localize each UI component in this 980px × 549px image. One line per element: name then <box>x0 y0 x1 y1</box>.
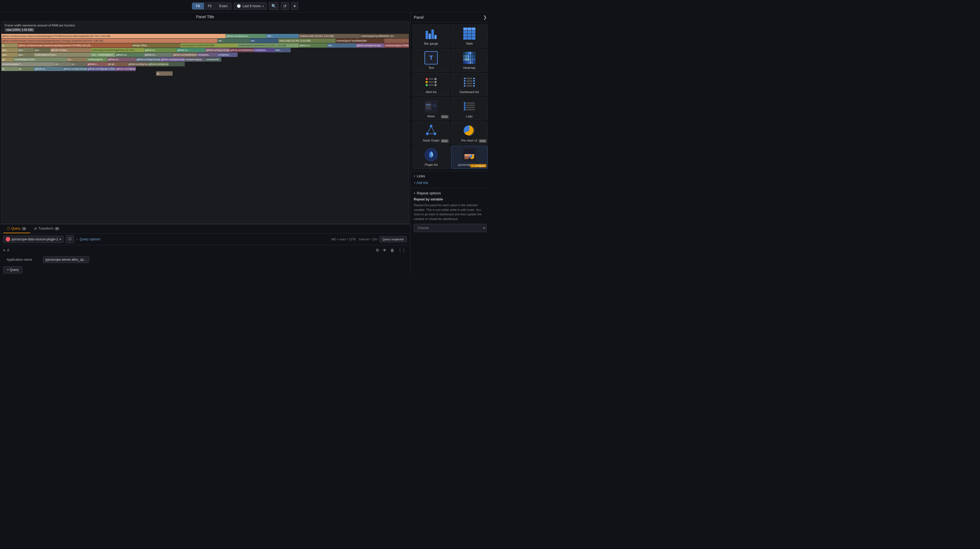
flame-block[interactable]: github.co... <box>115 53 144 57</box>
viz-card-pyroscope-panel[interactable]: pyroscope-panel ⚠ Unsigned <box>451 146 488 169</box>
flame-block[interactable]: github.com/py... <box>50 48 91 52</box>
flame-block[interactable]: goo... <box>18 53 34 57</box>
flame-block[interactable]: runtime/pprof.*profileBuilder <box>336 38 385 43</box>
flame-block[interactable]: github.co... <box>144 53 173 57</box>
more-query-button[interactable]: ⋮⋮ <box>397 247 407 253</box>
flame-block[interactable]: co... <box>71 62 87 66</box>
flame-block[interactable]: runtime.main (15.9%, 0.24 GB) <box>299 34 360 38</box>
viz-card-heatmap[interactable]: Heatmap <box>451 49 488 72</box>
flame-block[interactable]: run... <box>67 57 87 62</box>
flame-block[interactable]: net... <box>327 43 356 48</box>
flame-block[interactable]: git git... <box>107 62 128 66</box>
tab-query[interactable]: ⬡ Query 1 <box>3 224 30 233</box>
flame-block[interactable]: strings.(*Buil... <box>132 43 181 48</box>
flame-block[interactable]: git... <box>18 67 34 71</box>
flame-block[interactable]: run... runtime/pprof... <box>91 53 116 57</box>
toggle-visibility-button[interactable]: 👁 <box>382 247 388 253</box>
search-button[interactable]: 🔍 <box>269 2 278 10</box>
flame-block[interactable]: compress/gzip.(*Write... <box>384 43 409 48</box>
refresh-button[interactable]: ↺ <box>281 2 289 10</box>
flame-block[interactable]: runtime/pprof... <box>87 57 107 62</box>
flame-block[interactable]: github.com/peterbourg... <box>229 48 254 52</box>
exact-button[interactable]: Exact <box>215 3 231 10</box>
flame-block[interactable]: compress... <box>254 48 274 52</box>
flame-block[interactable]: compress/fl... <box>205 57 221 62</box>
flame-block[interactable]: net/... <box>266 34 299 38</box>
flame-block[interactable]: co... <box>54 62 70 66</box>
links-section-header[interactable]: ▾ Links <box>414 174 487 178</box>
flame-block[interactable]: github.co... <box>34 67 62 71</box>
flame-block[interactable] <box>169 62 185 66</box>
flame-block[interactable]: main.main (15.9%, 0.24 GB) <box>278 38 335 43</box>
flame-block[interactable]: github.com/pyrosco... <box>226 34 266 38</box>
flame-block[interactable]: github.com/pyroscope-io/pyroscope/pkg/ag… <box>2 38 217 43</box>
flame-block[interactable]: github.com/pyroscope... <box>136 57 160 62</box>
flame-block[interactable]: runtime/pprof.writeHeap (16.43%, 0.25 GB… <box>237 43 299 48</box>
flame-block[interactable]: compress/gzip... <box>185 57 205 62</box>
flame-block[interactable]: net... <box>217 38 250 43</box>
flame-block[interactable]: goo... <box>2 48 18 52</box>
flame-block[interactable] <box>384 38 409 43</box>
flame-block[interactable]: gi... <box>156 71 172 76</box>
datasource-select[interactable]: pyroscope-data-source-plugin-1 ▾ <box>3 236 64 243</box>
flame-block[interactable]: compress... <box>217 53 237 57</box>
flame-block[interactable]: github.com/pyroscope-io/pyroscope/pkg/co… <box>18 43 132 48</box>
viz-card-alert-list[interactable]: Alert list <box>413 73 450 96</box>
flame-block[interactable]: github.co... <box>299 43 327 48</box>
flame-block[interactable]: gi... <box>2 67 18 71</box>
delete-query-button[interactable]: 🗑 <box>389 247 395 253</box>
flamegraph-canvas[interactable]: github.com/pyroscope-io/pyroscope/pkg/ag… <box>2 34 409 224</box>
flame-block[interactable]: github.co... <box>144 48 177 52</box>
viz-card-logs[interactable]: Logs <box>451 97 488 120</box>
flamegraph-container[interactable]: Frame width represents amount of RAM per… <box>1 21 409 224</box>
flame-block[interactable]: github.com/pyroscope-io/pyroscope/pkg/ag… <box>2 34 226 38</box>
flame-block[interactable]: github.com/pyroscope... <box>62 67 87 71</box>
query-inspector-button[interactable]: Query inspector <box>379 236 407 242</box>
viz-card-pie-chart[interactable]: Pie chart v2 Beta <box>451 121 488 145</box>
fit-button[interactable]: Fit <box>204 3 215 10</box>
flame-block[interactable]: github.com/pyroscope... <box>128 62 148 66</box>
viz-card-news[interactable]: News Beta <box>413 97 450 120</box>
flame-block[interactable]: goo... <box>18 48 34 52</box>
viz-card-node-graph[interactable]: Node Graph Beta <box>413 121 450 145</box>
flame-block[interactable]: runtime/pprof.profileWriter (12... <box>360 34 409 38</box>
section-collapse-icon[interactable]: ▾ <box>3 248 5 252</box>
flame-block[interactable]: net... <box>250 38 278 43</box>
flame-block[interactable]: go... <box>2 57 13 62</box>
app-name-input[interactable] <box>43 256 89 263</box>
flame-block[interactable]: github.co... <box>177 48 205 52</box>
repeat-options-header[interactable]: ▾ Repeat options <box>414 191 487 195</box>
viz-card-text[interactable]: T Text <box>413 49 450 72</box>
viz-card-bar-gauge[interactable]: Bar gauge <box>413 24 450 48</box>
flame-block[interactable]: github.com/peterbourg... <box>173 53 197 57</box>
add-link-button[interactable]: + Add link <box>414 180 428 185</box>
flame-block[interactable]: github.com/pyroscope... <box>205 48 229 52</box>
viz-card-plugin-list[interactable]: Plugin list <box>413 146 450 169</box>
fill-button[interactable]: Fill <box>192 3 204 10</box>
flame-block[interactable]: github.com/pyroscope... <box>160 57 185 62</box>
flame-block[interactable]: gi... <box>2 43 18 48</box>
info-button[interactable]: ⓘ <box>66 235 74 243</box>
add-query-button[interactable]: + Query <box>3 266 22 274</box>
panel-collapse-button[interactable]: ❯ <box>483 14 487 20</box>
more-button[interactable]: ▾ <box>291 2 298 10</box>
viz-card-dashboard-list[interactable]: Dashboard list <box>451 73 488 96</box>
query-options-label[interactable]: Query options <box>80 237 100 241</box>
flame-block[interactable]: github.com/dgraph-io/badger/v2/skl.new..… <box>115 67 136 71</box>
flame-block[interactable]: github.com/pyroscope... <box>356 43 385 48</box>
flame-block[interactable]: github.c... <box>87 62 107 66</box>
flame-block[interactable]: goo... <box>34 48 50 52</box>
flame-block[interactable]: runtime/pprof.(*prf... <box>13 57 66 62</box>
tab-transform[interactable]: ⇄ Transform 0 <box>30 224 63 233</box>
flame-block[interactable]: github.co... <box>107 57 136 62</box>
time-picker[interactable]: 🕐 Last 6 hours ▾ <box>234 3 267 10</box>
flame-block[interactable]: runtime/pprof.StartCPUProfile <box>181 43 237 48</box>
flame-block[interactable]: github.com/pyroscope... <box>148 62 169 66</box>
flame-block[interactable]: runtime/pprof.(*pro... <box>34 53 91 57</box>
viz-card-table[interactable]: Table <box>451 24 488 48</box>
repeat-variable-select[interactable]: Choose <box>414 224 487 232</box>
flame-block[interactable]: compress/gzip.(*... <box>2 62 54 66</box>
flame-block[interactable]: github.com/dgraph-io/badger/v2.Open (... <box>87 67 116 71</box>
flame-block[interactable]: compress... <box>197 53 217 57</box>
flame-block[interactable]: com... <box>274 48 291 52</box>
